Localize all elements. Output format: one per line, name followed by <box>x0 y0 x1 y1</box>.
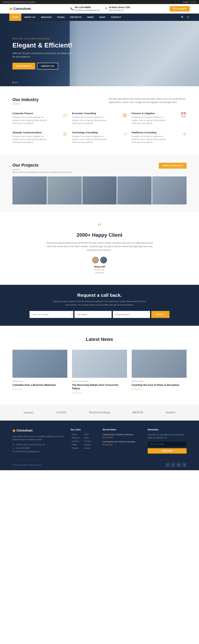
news-headline-1[interactable]: Colombia Gets a Business Makeover <box>12 383 67 387</box>
footer-googleplus-icon[interactable]: G+ <box>177 463 181 467</box>
twitter-icon[interactable]: t <box>192 1 192 3</box>
footer-phone: 📞 001-1234-88888 <box>12 447 64 449</box>
project-image-5[interactable] <box>152 176 187 204</box>
title-underline <box>12 104 20 104</box>
callback-submit-button[interactable]: SUBMIT > <box>151 311 170 318</box>
footer-link-support[interactable]: ›Support <box>83 444 91 446</box>
footer-link-pages[interactable]: ›Pages <box>70 444 80 446</box>
top-bar: Welcome to Financial Services Consultant… <box>0 0 199 4</box>
industry-text-healthcare: Healthcare Consulting Excepteur sint occ… <box>132 131 169 144</box>
projects-title: Our Projects <box>12 163 72 168</box>
hero-dot-1[interactable] <box>12 82 14 83</box>
nav-news[interactable]: NEWS <box>85 14 97 21</box>
arrow-icon-6: › <box>83 434 83 435</box>
footer-news-headline-2[interactable]: Counting the Cost of Delay & Disruption <box>103 440 142 443</box>
project-image-2[interactable] <box>47 176 82 204</box>
projects-subtitle: We are here to Acelerate your business a… <box>12 171 72 173</box>
arrow-icon-5: › <box>70 447 71 449</box>
quote-icon: " <box>12 223 187 230</box>
testimonials-section: " 2000+ Happy Client "We love the approa… <box>0 212 199 285</box>
client-count: 2000+ Happy Client <box>12 232 187 238</box>
footer-facebook-icon[interactable]: f <box>166 463 170 467</box>
avatar-1 <box>92 256 99 264</box>
partner-amaris: Amaris <box>166 411 175 414</box>
footer-description: Lorem ipsum dolor sit amet, consectetur … <box>12 435 64 441</box>
nav-contact[interactable]: CONTACT <box>108 14 124 21</box>
footer-grid: ◆ Consuloan Lorem ipsum dolor sit amet, … <box>12 428 187 454</box>
nav-shop[interactable]: SHOP <box>97 14 108 21</box>
industry-header: Our Industry We help organisations work … <box>12 97 187 104</box>
search-icon[interactable]: 🔍 <box>181 16 184 19</box>
footer-link-services[interactable]: ›Services <box>70 440 80 442</box>
industry-grid: Corporate Finance Excepteur sint occaeca… <box>12 112 187 144</box>
subscribe-button[interactable]: SUBSCRIBE <box>148 448 187 454</box>
callback-form: How can we help.* SUBMIT > <box>29 311 170 318</box>
footer-about-col: ◆ Consuloan Lorem ipsum dolor sit amet, … <box>12 428 64 454</box>
footer-news-item-2: Counting the Cost of Delay & Disruption … <box>103 440 142 446</box>
footer-link-projects[interactable]: ›Projects <box>70 447 80 449</box>
hero-dot-3[interactable] <box>17 82 18 83</box>
nav-pages[interactable]: PAGES <box>54 14 67 21</box>
footer-logo-icon: ◆ <box>12 428 15 433</box>
footer-link-contact[interactable]: ›Contact <box>83 440 91 442</box>
industry-desc-technology: Excepteur sint occaecat cupidatat non pr… <box>72 135 109 144</box>
industry-title-corporate: Corporate Finance <box>12 112 50 114</box>
partners-row: prime⬡ C●DUO TechConsulting INERTIS Amar… <box>12 411 187 414</box>
get-quote-button[interactable]: GET A QUOTE <box>170 6 190 12</box>
news-headline-3[interactable]: Counting the Cost of Delay & Disruption <box>132 383 187 387</box>
nav-services[interactable]: SERVICES <box>38 14 55 21</box>
industry-title-block: Our Industry <box>12 97 38 104</box>
callback-name-input[interactable] <box>74 311 112 318</box>
newsletter-email-input[interactable] <box>148 442 187 447</box>
header: ◆ Consuloan 📞 001-1234-88888 info.deernc… <box>0 4 199 14</box>
project-image-3[interactable] <box>82 176 117 204</box>
industry-desc-forensic: Excepteur sint occaecat cupidatat non pr… <box>132 116 169 125</box>
welcome-text: Welcome to Financial Services Consultant… <box>3 1 36 3</box>
news-image-1[interactable] <box>12 350 67 378</box>
contact-us-button[interactable]: CONTACT US <box>37 63 58 70</box>
callback-service-select[interactable]: How can we help.* <box>29 311 73 318</box>
nav-about[interactable]: ABOUT US <box>21 14 38 21</box>
footer-news-headline-1[interactable]: Colombia Gets a Business Makeover <box>103 433 142 436</box>
hero-dot-2[interactable] <box>15 82 16 83</box>
news-category-1: Advisory Plan <box>12 380 67 382</box>
project-image-4[interactable] <box>117 176 152 204</box>
news-title: Latest News <box>12 337 187 342</box>
footer-newsletter-col: Newsletter Subscribe our newsletter gor … <box>148 428 187 454</box>
callback-phone-input[interactable] <box>113 311 150 318</box>
footer-email-icon: ✉ <box>12 450 14 453</box>
projects-section: Our Projects We are here to Acelerate yo… <box>0 155 199 212</box>
industry-title-forensic: Forensic & Litigation <box>132 112 169 114</box>
footer-link-news[interactable]: ›News <box>83 433 91 436</box>
cart-icon[interactable]: 🛒 <box>187 16 190 19</box>
arrow-icon-7: › <box>83 437 83 438</box>
project-image-1[interactable] <box>12 176 47 204</box>
footer-bottom: ©2017 Themesflat. All rights reserved. f… <box>12 460 187 467</box>
logo[interactable]: ◆ Consuloan <box>9 6 31 11</box>
news-headline-2[interactable]: The Recurring Debate Over Concurrent Del… <box>72 383 127 390</box>
news-image-2[interactable] <box>72 350 127 378</box>
footer-link-shop[interactable]: ›Shop <box>83 437 91 439</box>
footer-news-date-1: 20 June 2017 <box>103 436 142 438</box>
footer-link-about[interactable]: ›About Us <box>70 437 80 439</box>
testimonial-stars: ★★★★★ <box>12 268 187 271</box>
news-card-1: Advisory Plan Colombia Gets a Business M… <box>12 350 67 394</box>
industry-item-healthcare: Healthcare Consulting Excepteur sint occ… <box>132 131 187 144</box>
news-category-3: Business Plans <box>132 380 187 382</box>
industry-item-corporate: Corporate Finance Excepteur sint occaeca… <box>12 112 67 125</box>
nav-home[interactable]: HOME <box>9 14 21 21</box>
industry-item-technology: Technology Consulting Excepteur sint occ… <box>72 131 127 144</box>
footer-link-careers[interactable]: ›Careers <box>83 447 91 449</box>
footer-link-home[interactable]: ›Home <box>70 433 80 436</box>
corporate-icon: ◎ <box>63 112 67 118</box>
facebook-icon[interactable]: f <box>191 1 191 3</box>
footer-linkedin-icon[interactable]: in <box>182 463 187 467</box>
nav-projects[interactable]: PROJECTS <box>67 14 84 21</box>
news-image-3[interactable] <box>132 350 187 378</box>
industry-title-healthcare: Healthcare Consulting <box>132 131 169 134</box>
language-selector[interactable]: English <box>183 1 189 3</box>
footer-twitter-icon[interactable]: t <box>171 463 175 467</box>
show-all-projects-button[interactable]: SHOW ALL PROJECTS <box>159 163 187 169</box>
our-company-button[interactable]: OUR COMPANY <box>12 63 35 70</box>
googleplus-icon[interactable]: G+ <box>194 1 196 3</box>
